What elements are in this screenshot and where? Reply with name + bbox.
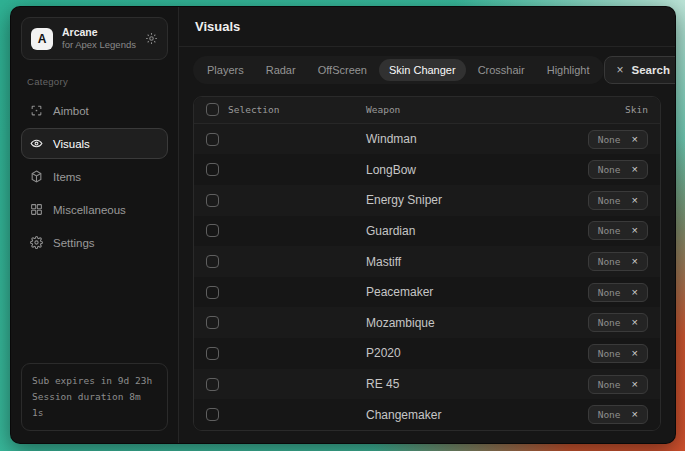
- weapon-name: Windman: [366, 132, 588, 146]
- table-header: Selection Weapon Skin: [194, 97, 660, 124]
- row-checkbox[interactable]: [206, 194, 219, 207]
- tab-crosshair[interactable]: Crosshair: [468, 59, 535, 81]
- category-label: Category: [27, 76, 162, 87]
- search-button[interactable]: × Search: [604, 56, 676, 84]
- sidebar-item-label: Visuals: [53, 138, 90, 150]
- session-duration-text: Session duration 8m 1s: [32, 389, 157, 421]
- sidebar-item-settings[interactable]: Settings: [21, 227, 168, 258]
- select-all-checkbox[interactable]: [206, 103, 219, 116]
- sidebar-item-label: Items: [53, 171, 81, 183]
- settings-gear-icon[interactable]: [145, 32, 158, 45]
- sidebar-item-visuals[interactable]: Visuals: [21, 128, 168, 159]
- weapon-name: Guardian: [366, 224, 588, 238]
- skin-value: None: [598, 317, 621, 328]
- brand-text: Arcane for Apex Legends: [62, 26, 136, 51]
- table-row: Changemaker None ×: [194, 399, 660, 430]
- eye-icon: [30, 137, 43, 150]
- search-icon: ×: [617, 63, 624, 77]
- table-row: LongBow None ×: [194, 154, 660, 185]
- page-title: Visuals: [195, 19, 240, 34]
- row-checkbox[interactable]: [206, 378, 219, 391]
- table-row: P2020 None ×: [194, 338, 660, 369]
- row-checkbox[interactable]: [206, 347, 219, 360]
- table-row: Peacemaker None ×: [194, 277, 660, 308]
- sidebar-item-label: Miscellaneous: [53, 204, 126, 216]
- app-window: A Arcane for Apex Legends Category Aimbo: [10, 6, 676, 444]
- clear-skin-icon[interactable]: ×: [632, 256, 638, 267]
- tab-players[interactable]: Players: [197, 59, 254, 81]
- app-title: Arcane: [62, 26, 136, 39]
- clear-skin-icon[interactable]: ×: [632, 225, 638, 236]
- skin-value: None: [598, 256, 621, 267]
- weapon-name: RE 45: [366, 377, 588, 391]
- clear-skin-icon[interactable]: ×: [632, 317, 638, 328]
- sidebar: A Arcane for Apex Legends Category Aimbo: [11, 7, 179, 443]
- clear-skin-icon[interactable]: ×: [632, 348, 638, 359]
- skin-select-button[interactable]: None ×: [588, 344, 648, 363]
- clear-skin-icon[interactable]: ×: [632, 409, 638, 420]
- brand-card[interactable]: A Arcane for Apex Legends: [21, 17, 168, 60]
- header-selection-cell: Selection: [206, 103, 366, 116]
- skin-select-button[interactable]: None ×: [588, 130, 648, 149]
- skin-value: None: [598, 134, 621, 145]
- weapon-name: LongBow: [366, 163, 588, 177]
- package-icon: [30, 170, 43, 183]
- table-row: Windman None ×: [194, 124, 660, 155]
- tab-radar[interactable]: Radar: [256, 59, 306, 81]
- weapon-name: Peacemaker: [366, 285, 588, 299]
- table-row: Energy Sniper None ×: [194, 185, 660, 216]
- skin-select-button[interactable]: None ×: [588, 405, 648, 424]
- skin-select-button[interactable]: None ×: [588, 221, 648, 240]
- weapon-name: Mastiff: [366, 255, 588, 269]
- table-row: Mastiff None ×: [194, 246, 660, 277]
- tab-offscreen[interactable]: OffScreen: [308, 59, 377, 81]
- skin-value: None: [598, 409, 621, 420]
- row-checkbox[interactable]: [206, 316, 219, 329]
- sidebar-item-items[interactable]: Items: [21, 161, 168, 192]
- toolbar: Players Radar OffScreen Skin Changer Cro…: [179, 47, 675, 90]
- tab-bar: Players Radar OffScreen Skin Changer Cro…: [193, 56, 604, 84]
- weapon-name: Changemaker: [366, 408, 588, 422]
- app-logo: A: [31, 28, 53, 50]
- subscription-info-box: Sub expires in 9d 23h Session duration 8…: [21, 363, 168, 431]
- row-checkbox[interactable]: [206, 163, 219, 176]
- row-checkbox[interactable]: [206, 286, 219, 299]
- skin-select-button[interactable]: None ×: [588, 191, 648, 210]
- title-bar: Visuals: [179, 7, 675, 47]
- clear-skin-icon[interactable]: ×: [632, 134, 638, 145]
- skin-table: Selection Weapon Skin Windman None × Lon…: [193, 96, 661, 431]
- skin-select-button[interactable]: None ×: [588, 283, 648, 302]
- table-row: Mozambique None ×: [194, 307, 660, 338]
- weapon-name: Energy Sniper: [366, 193, 588, 207]
- row-checkbox[interactable]: [206, 408, 219, 421]
- sidebar-item-label: Settings: [53, 237, 95, 249]
- row-checkbox[interactable]: [206, 133, 219, 146]
- skin-value: None: [598, 195, 621, 206]
- row-checkbox[interactable]: [206, 224, 219, 237]
- app-subtitle: for Apex Legends: [62, 39, 136, 51]
- clear-skin-icon[interactable]: ×: [632, 164, 638, 175]
- skin-value: None: [598, 225, 621, 236]
- search-button-label: Search: [632, 64, 670, 76]
- clear-skin-icon[interactable]: ×: [632, 287, 638, 298]
- sidebar-item-label: Aimbot: [53, 105, 89, 117]
- row-checkbox[interactable]: [206, 255, 219, 268]
- skin-value: None: [598, 348, 621, 359]
- skin-select-button[interactable]: None ×: [588, 252, 648, 271]
- clear-skin-icon[interactable]: ×: [632, 195, 638, 206]
- main-panel: Visuals Players Radar OffScreen Skin Cha…: [179, 7, 675, 443]
- clear-skin-icon[interactable]: ×: [632, 379, 638, 390]
- tab-skin-changer[interactable]: Skin Changer: [379, 59, 466, 81]
- tab-highlight[interactable]: Highlight: [537, 59, 600, 81]
- sidebar-item-aimbot[interactable]: Aimbot: [21, 95, 168, 126]
- skin-select-button[interactable]: None ×: [588, 313, 648, 332]
- selection-header-label: Selection: [228, 104, 279, 115]
- skin-select-button[interactable]: None ×: [588, 375, 648, 394]
- weapon-name: Mozambique: [366, 316, 588, 330]
- gear-icon: [30, 236, 43, 249]
- sidebar-item-miscellaneous[interactable]: Miscellaneous: [21, 194, 168, 225]
- skin-select-button[interactable]: None ×: [588, 160, 648, 179]
- skin-value: None: [598, 287, 621, 298]
- grid-icon: [30, 203, 43, 216]
- table-row: RE 45 None ×: [194, 369, 660, 400]
